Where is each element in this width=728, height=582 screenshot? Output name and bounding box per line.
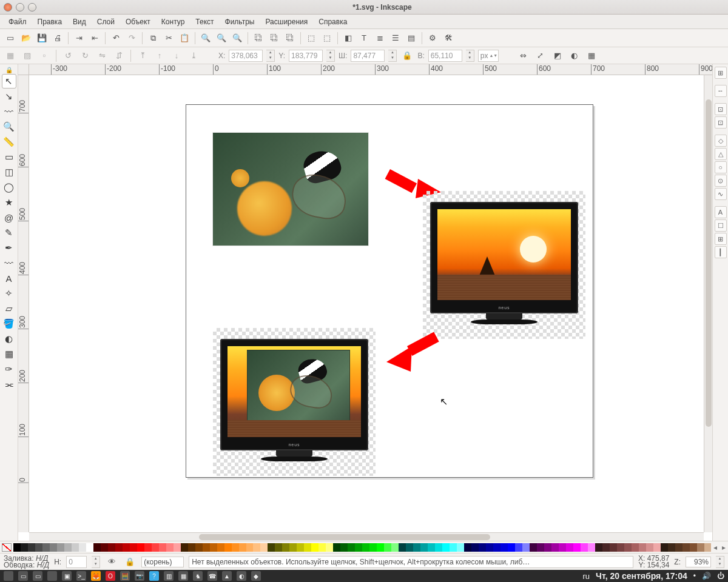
rect-tool[interactable]: ▭ bbox=[2, 150, 16, 164]
import-icon[interactable]: ⇥ bbox=[72, 32, 86, 45]
star-tool[interactable]: ★ bbox=[2, 195, 16, 210]
dup-icon[interactable]: ⿻ bbox=[252, 32, 265, 45]
swatch[interactable] bbox=[289, 543, 297, 552]
redo-icon[interactable]: ↷ bbox=[125, 32, 138, 45]
image-monitor-sunset[interactable]: neus bbox=[423, 191, 585, 339]
lower-bottom-icon[interactable]: ⤓ bbox=[187, 49, 200, 62]
stroke-value[interactable]: Н/Д bbox=[37, 561, 49, 569]
menu-Слой[interactable]: Слой bbox=[92, 16, 120, 28]
swatch[interactable] bbox=[348, 543, 355, 552]
swatch[interactable] bbox=[486, 543, 493, 552]
affect-scale-icon[interactable]: ⤢ bbox=[534, 49, 547, 62]
opacity-input[interactable]: 0 bbox=[66, 556, 87, 568]
swatch[interactable] bbox=[42, 543, 50, 552]
swatch[interactable] bbox=[13, 543, 21, 552]
menu-Правка[interactable]: Правка bbox=[33, 16, 67, 28]
opacity-spinner[interactable]: ▲▼ bbox=[92, 556, 100, 568]
zoom-input[interactable]: 93% bbox=[686, 557, 711, 567]
new-icon[interactable]: ▭ bbox=[4, 32, 17, 45]
swatch[interactable] bbox=[35, 543, 42, 552]
taskbar-app-13[interactable]: ♞ bbox=[193, 571, 203, 581]
mesh-tool[interactable]: ▦ bbox=[2, 347, 16, 361]
affect-pattern-icon[interactable]: ▦ bbox=[585, 49, 598, 62]
spray-tool[interactable]: ✧ bbox=[2, 286, 16, 301]
flip-h-icon[interactable]: ⇋ bbox=[95, 49, 109, 62]
swatch[interactable] bbox=[537, 543, 544, 552]
snap-btn-11[interactable]: ∿ bbox=[715, 188, 727, 200]
volume-icon[interactable]: 🔊 bbox=[702, 572, 711, 580]
swatch[interactable] bbox=[159, 543, 166, 552]
taskbar-app-17[interactable]: ◆ bbox=[251, 571, 261, 581]
affect-corners-icon[interactable]: ◩ bbox=[551, 49, 564, 62]
swatch[interactable] bbox=[188, 543, 195, 552]
y-spinner[interactable]: ▲▼ bbox=[326, 50, 335, 62]
swatch[interactable] bbox=[318, 543, 326, 552]
pencil-tool[interactable]: ✎ bbox=[2, 226, 16, 240]
palette-scroll-icon[interactable]: ◂ bbox=[711, 543, 720, 552]
menu-Файл[interactable]: Файл bbox=[4, 16, 32, 28]
swatch[interactable] bbox=[384, 543, 391, 552]
raise-top-icon[interactable]: ⤒ bbox=[136, 49, 149, 62]
swatch[interactable] bbox=[428, 543, 435, 552]
layer-visible-icon[interactable]: 👁 bbox=[105, 555, 118, 569]
h-input[interactable]: 65,110 bbox=[428, 50, 462, 62]
swatch[interactable] bbox=[166, 543, 174, 552]
taskbar-app-14[interactable]: ☎ bbox=[207, 571, 217, 581]
swatch[interactable] bbox=[624, 543, 632, 552]
swatch[interactable] bbox=[115, 543, 123, 552]
layer-lock-icon[interactable]: 🔒 bbox=[123, 555, 136, 569]
swatch[interactable] bbox=[573, 543, 581, 552]
swatch[interactable] bbox=[377, 543, 384, 552]
h-spinner[interactable]: ▲▼ bbox=[466, 50, 474, 62]
swatch[interactable] bbox=[544, 543, 551, 552]
menu-Текст[interactable]: Текст bbox=[190, 16, 218, 28]
menu-Фильтры[interactable]: Фильтры bbox=[220, 16, 260, 28]
swatch[interactable] bbox=[79, 543, 86, 552]
bezier-tool[interactable]: ✒ bbox=[2, 241, 16, 255]
menu-Контур[interactable]: Контур bbox=[157, 16, 189, 28]
cut-icon[interactable]: ✂ bbox=[162, 32, 175, 45]
swatch[interactable] bbox=[21, 543, 28, 552]
group-icon[interactable]: ⬚ bbox=[305, 32, 318, 45]
swatch[interactable] bbox=[464, 543, 471, 552]
swatch[interactable] bbox=[646, 543, 653, 552]
taskbar-app-3[interactable] bbox=[47, 571, 57, 581]
taskbar-app-2[interactable]: ▭ bbox=[33, 571, 42, 581]
calligraphy-tool[interactable]: 〰 bbox=[2, 256, 16, 270]
fill-dialog-icon[interactable]: ◧ bbox=[342, 32, 355, 45]
lock-wh-icon[interactable]: 🔒 bbox=[400, 49, 414, 62]
menu-Расширения[interactable]: Расширения bbox=[260, 16, 312, 28]
swatch[interactable] bbox=[457, 543, 464, 552]
swatch[interactable] bbox=[101, 543, 108, 552]
swatch[interactable] bbox=[174, 543, 181, 552]
w-input[interactable]: 87,477 bbox=[351, 50, 385, 62]
gradient-tool[interactable]: ◐ bbox=[2, 332, 16, 346]
zoom-page-icon[interactable]: 🔍 bbox=[231, 32, 244, 45]
zoom-tool[interactable]: 🔍 bbox=[2, 119, 16, 134]
x-spinner[interactable]: ▲▼ bbox=[266, 50, 275, 62]
swatch[interactable] bbox=[632, 543, 639, 552]
undo-icon[interactable]: ↶ bbox=[109, 32, 123, 45]
taskbar-app-6[interactable]: 🦊 bbox=[91, 571, 101, 581]
swatch[interactable] bbox=[493, 543, 500, 552]
swatch[interactable] bbox=[595, 543, 602, 552]
swatch[interactable] bbox=[551, 543, 559, 552]
swatch[interactable] bbox=[28, 543, 35, 552]
taskbar-app-8[interactable]: 🧮 bbox=[120, 571, 130, 581]
snap-btn-5[interactable]: ⊡ bbox=[715, 116, 727, 129]
swatch[interactable] bbox=[442, 543, 450, 552]
swatch[interactable] bbox=[152, 543, 159, 552]
swatch[interactable] bbox=[675, 543, 682, 552]
dropper-tool[interactable]: ✑ bbox=[2, 362, 16, 376]
swatch[interactable] bbox=[130, 543, 137, 552]
swatch[interactable] bbox=[399, 543, 406, 552]
eraser-tool[interactable]: ▱ bbox=[2, 301, 16, 316]
clock[interactable]: Чт, 20 сентября, 17:04 bbox=[596, 571, 687, 581]
menu-Справка[interactable]: Справка bbox=[314, 16, 352, 28]
zoom-draw-icon[interactable]: 🔍 bbox=[215, 32, 228, 45]
rotate-ccw-icon[interactable]: ↺ bbox=[61, 49, 75, 62]
zoom-sel-icon[interactable]: 🔍 bbox=[199, 32, 212, 45]
keyboard-layout[interactable]: ru bbox=[583, 572, 590, 581]
image-monitor-butterfly[interactable]: neus bbox=[213, 328, 376, 476]
window-maximize-icon[interactable] bbox=[28, 3, 36, 12]
